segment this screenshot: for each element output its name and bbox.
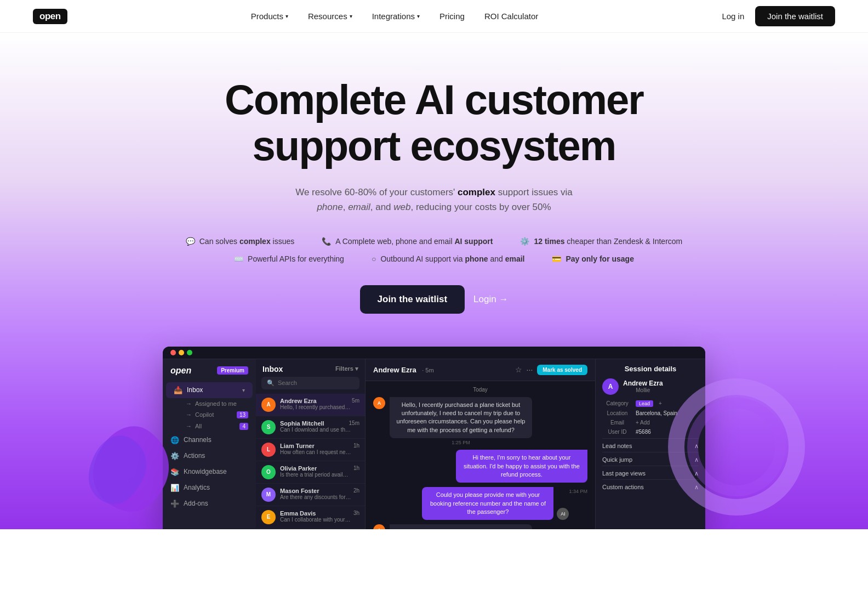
quick-jump-label: Quick jump xyxy=(602,456,632,463)
msg-avatar-user: A xyxy=(373,397,385,409)
sidebar-all[interactable]: → All 4 xyxy=(178,421,256,432)
feature-cheaper: ⚙️ 12 times cheaper than Zendesk & Inter… xyxy=(520,237,682,246)
chat-actions: ☆ ··· Mark as solved xyxy=(515,365,587,375)
app-screenshot: open Premium 📥 Inbox ▾ → Assigned to me xyxy=(163,347,705,529)
hero-subtext: We resolve 60-80% of your customers' com… xyxy=(270,185,598,214)
chat-area: Andrew Ezra · 5m ☆ ··· Mark as solved To… xyxy=(366,359,596,529)
nav-products[interactable]: Products ▾ xyxy=(251,12,288,21)
msg-bubble-agent-1: Hi there, I'm sorry to hear about your s… xyxy=(456,450,587,483)
session-user: A Andrew Ezra Mollie xyxy=(602,378,699,395)
sidebar-sub-menu: → Assigned to me → Copilot 13 → All 4 xyxy=(163,398,256,432)
nav-resources[interactable]: Resources ▾ xyxy=(308,12,352,21)
search-input[interactable] xyxy=(278,380,354,386)
hero-section: Complete AI customer support ecosystem W… xyxy=(0,33,868,529)
analytics-icon: 📊 xyxy=(170,484,179,492)
session-avatar: A xyxy=(602,378,619,395)
phone-icon: 📞 xyxy=(322,237,331,246)
msg-bubble-agent-2: Could you please provide me with your bo… xyxy=(422,487,553,520)
nav-actions: Log in Join the waitlist xyxy=(722,6,835,26)
app-sidebar: open Premium 📥 Inbox ▾ → Assigned to me xyxy=(163,359,256,529)
nav-cta-button[interactable]: Join the waitlist xyxy=(755,6,835,26)
hero-waitlist-button[interactable]: Join the waitlist xyxy=(360,285,465,314)
contact-emma[interactable]: E Emma Davis 3h Can I collaborate with y… xyxy=(256,506,365,529)
addons-icon: ➕ xyxy=(170,500,179,508)
session-field-email: Email + Add xyxy=(602,420,699,426)
feature-complex: 💬 Can solves complex issues xyxy=(186,237,295,246)
integrations-chevron-icon: ▾ xyxy=(417,13,420,19)
last-page-views-section[interactable]: Last page views ∧ xyxy=(602,466,699,479)
quick-jump-section[interactable]: Quick jump ∧ xyxy=(602,452,699,466)
navbar: open Products ▾ Resources ▾ Integrations… xyxy=(0,0,868,33)
nav-links: Products ▾ Resources ▾ Integrations ▾ Pr… xyxy=(251,12,539,21)
chat-message-user-1: A Hello, I recently purchased a plane ti… xyxy=(373,397,587,446)
chat-messages: Today A Hello, I recently purchased a pl… xyxy=(366,381,595,529)
session-field-category: Category Lead + xyxy=(602,400,699,407)
session-title: Session details xyxy=(602,365,699,373)
contact-olivia[interactable]: O Olivia Parker 1h Is there a trial peri… xyxy=(256,461,365,484)
custom-actions-section[interactable]: Custom actions ∧ xyxy=(602,479,699,493)
session-field-location: Location Barcelona, Spain xyxy=(602,410,699,416)
session-user-name: Andrew Ezra xyxy=(623,380,663,387)
msg-bubble-2: Sure, my booking reference number is AW3… xyxy=(390,524,532,529)
sidebar-copilot[interactable]: → Copilot 13 xyxy=(178,409,256,421)
avatar-liam: L xyxy=(261,443,276,457)
feature-outbound: ○ Outbound AI support via phone and emai… xyxy=(372,254,525,263)
gear-icon: ⚙️ xyxy=(520,237,529,246)
feature-ai-support: 📞 A Complete web, phone and email AI sup… xyxy=(322,237,493,246)
inbox-filters-button[interactable]: Filters ▾ xyxy=(335,365,358,372)
agent-avatar: AI xyxy=(557,508,569,520)
svg-point-1 xyxy=(693,403,780,491)
msg-avatar-user-2: A xyxy=(373,524,385,529)
features-row-1: 💬 Can solves complex issues 📞 A Complete… xyxy=(33,237,835,246)
nav-logo[interactable]: open xyxy=(33,9,67,24)
sidebar-item-addons[interactable]: ➕ Add-ons xyxy=(163,496,256,512)
sidebar-item-actions[interactable]: ⚙️ Actions xyxy=(163,448,256,464)
lead-notes-section[interactable]: Lead notes ∧ xyxy=(602,438,699,452)
login-link[interactable]: Log in xyxy=(722,12,744,21)
inbox-list: Inbox Filters ▾ 🔍 A Andrew Ezra 5m xyxy=(256,359,366,529)
avatar-olivia: O xyxy=(261,465,276,479)
knowledge-icon: 📚 xyxy=(170,468,179,476)
nav-pricing[interactable]: Pricing xyxy=(439,12,465,21)
avatar-andrew: A xyxy=(261,398,276,412)
sidebar-assigned[interactable]: → Assigned to me xyxy=(178,398,256,409)
quick-jump-chevron-icon: ∧ xyxy=(694,456,699,463)
session-user-company: Mollie xyxy=(623,387,663,393)
circle-icon: ○ xyxy=(372,254,376,263)
mark-solved-button[interactable]: Mark as solved xyxy=(537,365,587,375)
lead-badge: Lead xyxy=(636,400,653,407)
nav-integrations[interactable]: Integrations ▾ xyxy=(372,12,420,21)
sidebar-item-inbox[interactable]: 📥 Inbox ▾ xyxy=(166,382,253,398)
contact-liam[interactable]: L Liam Turner 1h How often can I request… xyxy=(256,439,365,461)
resources-chevron-icon: ▾ xyxy=(350,13,352,19)
contact-andrew[interactable]: A Andrew Ezra 5m Hello, I recently purch… xyxy=(256,394,365,416)
chat-date-divider: Today xyxy=(373,387,587,393)
session-panel: Session details A Andrew Ezra Mollie Cat… xyxy=(596,359,705,529)
code-icon: ⌨️ xyxy=(234,254,243,263)
contact-sophia[interactable]: S Sophia Mitchell 15m Can I download and… xyxy=(256,416,365,439)
inbox-icon: 📥 xyxy=(174,386,182,394)
session-field-userid: User ID #5686 xyxy=(602,429,699,435)
channels-icon: 🌐 xyxy=(170,436,179,444)
app-preview-wrapper: open Premium 📥 Inbox ▾ → Assigned to me xyxy=(33,347,835,529)
avatar-sophia: S xyxy=(261,420,276,434)
chat-header: Andrew Ezra · 5m ☆ ··· Mark as solved xyxy=(366,359,595,381)
sidebar-logo: open xyxy=(170,366,191,376)
contact-mason[interactable]: M Mason Foster 2h Are there any discount… xyxy=(256,484,365,506)
sidebar-item-analytics[interactable]: 📊 Analytics xyxy=(163,480,256,496)
sidebar-inbox-label: Inbox xyxy=(187,386,203,394)
search-icon: 🔍 xyxy=(267,380,275,387)
nav-roi[interactable]: ROI Calculator xyxy=(484,12,538,21)
star-icon[interactable]: ☆ xyxy=(515,365,522,374)
msg-time-1: 1:25 PM xyxy=(390,440,532,445)
sidebar-item-channels[interactable]: 🌐 Channels xyxy=(163,432,256,448)
chat-contact-name: Andrew Ezra xyxy=(373,366,416,374)
app-ui: open Premium 📥 Inbox ▾ → Assigned to me xyxy=(163,359,705,529)
hero-login-button[interactable]: Login → xyxy=(473,294,508,305)
msg-time-agent: 1:34 PM xyxy=(569,489,587,494)
sidebar-item-knowledge[interactable]: 📚 Knowidgebase xyxy=(163,464,256,480)
more-icon[interactable]: ··· xyxy=(527,365,533,374)
chat-contact-time: · 5m xyxy=(422,367,433,373)
payment-icon: 💳 xyxy=(552,254,561,263)
sidebar-brand: open Premium xyxy=(163,366,256,382)
